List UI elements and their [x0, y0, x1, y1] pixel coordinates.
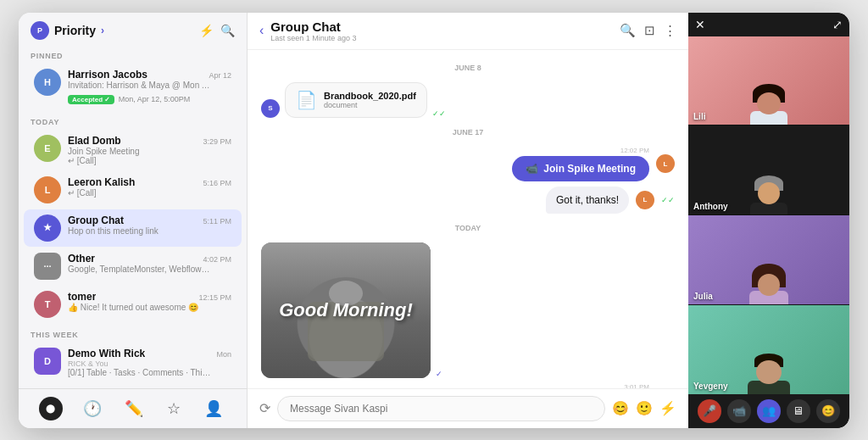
item-preview-harrison: Invitation: Harrison & Maya @ Mon Apr 12… — [68, 81, 212, 90]
video-expand-icon[interactable]: ⤢ — [832, 18, 843, 31]
yevgeny-figure — [750, 354, 787, 394]
item-preview-demo: [0/1] Table · Tasks · Comments · This is… — [68, 368, 212, 377]
msg-avatar-join: L — [656, 154, 675, 173]
msg-check-doc: ✓✓ — [432, 109, 446, 118]
input-emoji-icon[interactable]: 😊 — [612, 400, 629, 416]
msg-check-gotit: ✓✓ — [661, 196, 675, 204]
item-name-other: Other — [68, 253, 95, 265]
video-tile-anthony: Anthony — [688, 125, 849, 215]
video-controls: 🎤 📹 👥 🖥 😊 — [688, 394, 849, 428]
list-item-harrison[interactable]: H Harrison Jacobs Apr 12 Invitation: Har… — [24, 64, 242, 110]
mic-button[interactable]: 🎤 — [698, 399, 721, 423]
item-time-demo: Mon — [216, 350, 231, 359]
item-preview-elad: Join Spike Meeting — [68, 147, 212, 156]
item-content-tomer: tomer 12:15 PM 👍 Nice! It turned out awe… — [68, 291, 231, 312]
video-panel: ✕ ⤢ Lili — [688, 13, 849, 428]
screen-share-button[interactable]: 🖥 — [787, 399, 810, 423]
sidebar-header: P Priority › ⚡ 🔍 — [19, 13, 247, 45]
item-name-harrison: Harrison Jacobs — [68, 69, 147, 81]
sidebar-title-area: P Priority › — [31, 21, 104, 40]
item-sub-elad: ↵ [Call] — [68, 156, 212, 165]
item-name-groupchat: Group Chat — [68, 214, 124, 226]
doc-icon: 📄 — [296, 90, 317, 110]
people-button[interactable]: 👥 — [757, 399, 781, 423]
sidebar-chevron: › — [101, 25, 104, 36]
list-item-groupchat[interactable]: ★ Group Chat 5:11 PM Hop on this meeting… — [24, 209, 242, 247]
item-name-leeron: Leeron Kalish — [68, 176, 135, 188]
avatar-elad: E — [34, 135, 61, 162]
chat-search-icon[interactable]: 🔍 — [620, 23, 636, 38]
participant-name-julia: Julia — [693, 292, 713, 301]
list-item-other[interactable]: ··· Other 4:02 PM Google, TemplateMonste… — [24, 248, 242, 285]
nav-home[interactable]: ⬤ — [39, 397, 63, 421]
avatar-groupchat: ★ — [34, 214, 61, 242]
input-reload-icon[interactable]: ⟳ — [259, 400, 270, 416]
doc-bubble[interactable]: 📄 Brandbook_2020.pdf document — [285, 82, 427, 118]
msg-row-gif: Good Morning! ✓ — [261, 242, 675, 378]
item-time-harrison: Apr 12 — [209, 71, 231, 80]
join-meeting-button[interactable]: 📹 Join Spike Meeting — [512, 156, 649, 181]
camera-button[interactable]: 📹 — [727, 399, 751, 423]
avatar-other: ··· — [34, 253, 61, 280]
emoji-control-button[interactable]: 😊 — [816, 399, 840, 423]
input-emoji2-icon[interactable]: 🙂 — [636, 400, 653, 416]
item-content-groupchat: Group Chat 5:11 PM Hop on this meeting l… — [68, 214, 231, 236]
anthony-figure — [752, 175, 786, 215]
item-preview-leeron: ↵ [Call] — [68, 188, 212, 198]
item-content-leeron: Leeron Kalish 5:16 PM ↵ [Call] — [68, 176, 231, 198]
list-item-tomer[interactable]: T tomer 12:15 PM 👍 Nice! It turned out a… — [24, 286, 242, 323]
sidebar-bottom-nav: ⬤ 🕐 ✏️ ☆ 👤 — [19, 388, 247, 428]
msg-row-doc: S 📄 Brandbook_2020.pdf document ✓✓ — [261, 82, 675, 118]
chat-header-info: Group Chat Last seen 1 Minute ago 3 — [270, 19, 613, 42]
filter-icon[interactable]: ⚡ — [199, 24, 214, 37]
video-header: ✕ ⤢ — [688, 13, 849, 36]
chat-calendar-icon[interactable]: ⊡ — [644, 23, 655, 38]
participant-name-lili: Lili — [693, 112, 705, 121]
sidebar-list: PINNED H Harrison Jacobs Apr 12 Invitati… — [19, 45, 247, 388]
nav-people[interactable]: 👤 — [201, 396, 226, 421]
chat-messages: JUNE 8 S 📄 Brandbook_2020.pdf document ✓… — [248, 50, 688, 388]
sidebar: P Priority › ⚡ 🔍 PINNED H Harrison Jacob… — [19, 13, 248, 428]
list-item-elad[interactable]: E Elad Domb 3:29 PM Join Spike Meeting ↵… — [24, 130, 242, 170]
item-preview-other: Google, TemplateMonster, Webflow Support… — [68, 265, 212, 274]
nav-clock[interactable]: 🕐 — [80, 396, 105, 421]
video-close-icon[interactable]: ✕ — [695, 18, 705, 31]
sidebar-header-icons: ⚡ 🔍 — [199, 24, 235, 37]
doc-info: Brandbook_2020.pdf document — [324, 91, 416, 109]
item-content-other: Other 4:02 PM Google, TemplateMonster, W… — [68, 253, 231, 274]
nav-star[interactable]: ☆ — [164, 396, 184, 421]
list-item-demo[interactable]: D Demo With Rick Mon RICK & You [0/1] Ta… — [24, 343, 242, 382]
item-preview-tomer: 👍 Nice! It turned out awesome 😊 — [68, 303, 212, 312]
video-tile-julia: Julia — [688, 215, 849, 305]
back-button[interactable]: ‹ — [259, 23, 264, 38]
item-sub-demo: RICK & You — [68, 359, 212, 368]
list-item-study[interactable]: S StudyWithKiki, Karin & Yotam Mon Meeti… — [24, 383, 242, 388]
doc-type: document — [324, 101, 416, 109]
participant-name-yevgeny: Yevgeny — [693, 382, 728, 391]
video-tile-lili: Lili — [688, 36, 849, 126]
chat-subtitle: Last seen 1 Minute ago 3 — [270, 34, 613, 42]
msg-check-gif: ✓ — [436, 370, 442, 378]
list-item-leeron[interactable]: L Leeron Kalish 5:16 PM ↵ [Call] — [24, 171, 242, 209]
badge-accepted: Accepted ✓ — [68, 95, 114, 104]
item-content-elad: Elad Domb 3:29 PM Join Spike Meeting ↵ [… — [68, 135, 231, 165]
msg-bubble-gotit: Got it, thanks! — [546, 187, 629, 214]
join-meeting-label: Join Spike Meeting — [543, 163, 636, 175]
avatar-leeron: L — [34, 176, 61, 203]
chat-input-field[interactable] — [277, 396, 605, 421]
item-time-tomer: 12:15 PM — [198, 293, 231, 302]
chat-title: Group Chat — [270, 19, 613, 34]
item-content-harrison: Harrison Jacobs Apr 12 Invitation: Harri… — [68, 69, 231, 105]
item-name-demo: Demo With Rick — [68, 348, 145, 359]
date-divider-june17: JUNE 17 — [261, 128, 675, 136]
chat-area: ‹ Group Chat Last seen 1 Minute ago 3 🔍 … — [248, 13, 688, 428]
chat-input-area: ⟳ 😊 🙂 ⚡ — [248, 388, 688, 428]
msg-row-gotit: Got it, thanks! L ✓✓ — [261, 187, 675, 214]
gif-text: Good Morning! — [279, 299, 413, 321]
item-content-demo: Demo With Rick Mon RICK & You [0/1] Tabl… — [68, 348, 231, 377]
julia-figure — [752, 264, 786, 305]
search-icon[interactable]: 🔍 — [220, 24, 235, 37]
chat-more-icon[interactable]: ⋮ — [664, 23, 676, 38]
input-lightning-icon[interactable]: ⚡ — [659, 400, 676, 416]
nav-compose[interactable]: ✏️ — [121, 396, 147, 421]
